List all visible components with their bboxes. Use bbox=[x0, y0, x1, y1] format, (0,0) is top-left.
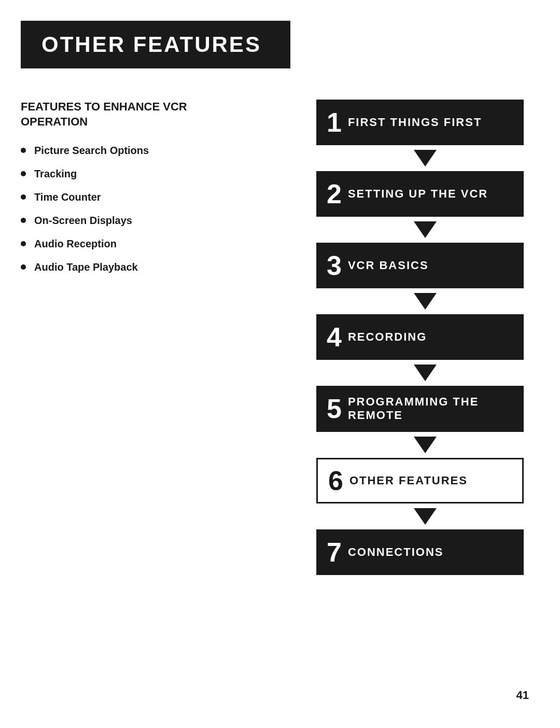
arrow-down-icon bbox=[414, 293, 437, 310]
bullet-item-text: Audio Tape Playback bbox=[34, 261, 138, 273]
step-arrow-6 bbox=[316, 503, 534, 529]
bullet-item-text: Time Counter bbox=[34, 191, 101, 203]
step-label-4: RECORDING bbox=[348, 330, 427, 344]
bullet-item-text: Picture Search Options bbox=[34, 145, 149, 157]
step-arrow-2 bbox=[316, 217, 534, 243]
step-arrow-5 bbox=[316, 432, 534, 458]
step-number-3: 3 bbox=[327, 252, 342, 279]
bullet-dot bbox=[21, 148, 26, 153]
page-title: OTHER FEATURES bbox=[41, 32, 261, 57]
list-item: On-Screen Displays bbox=[21, 215, 296, 227]
step-bar-1: 1 FIRST THINGS FIRST bbox=[316, 100, 524, 145]
bullet-dot bbox=[21, 194, 26, 200]
step-bar-5: 5 PROGRAMMING THEREMOTE bbox=[316, 386, 524, 432]
step-label-1: FIRST THINGS FIRST bbox=[348, 116, 482, 129]
bullet-list: Picture Search Options Tracking Time Cou… bbox=[21, 145, 296, 273]
arrow-down-icon bbox=[414, 437, 437, 453]
arrow-down-icon bbox=[414, 150, 437, 166]
nav-step-7: 7 CONNECTIONS bbox=[316, 529, 524, 575]
list-item: Audio Reception bbox=[21, 238, 296, 250]
step-bar-3: 3 VCR BASICS bbox=[316, 243, 524, 288]
nav-step-4: 4 RECORDING bbox=[316, 314, 524, 360]
page-container: OTHER FEATURES FEATURES TO ENHANCE VCR O… bbox=[0, 0, 560, 728]
step-number-2: 2 bbox=[327, 180, 342, 207]
step-number-4: 4 bbox=[327, 324, 342, 351]
step-label-7: CONNECTIONS bbox=[348, 545, 444, 559]
step-bar-7: 7 CONNECTIONS bbox=[316, 529, 524, 575]
bullet-dot bbox=[21, 171, 26, 176]
bullet-item-text: Tracking bbox=[34, 168, 77, 180]
step-number-5: 5 bbox=[327, 395, 342, 422]
step-arrow-1 bbox=[316, 145, 534, 171]
bullet-dot bbox=[21, 264, 26, 270]
bullet-dot bbox=[21, 241, 26, 246]
step-label-3: VCR BASICS bbox=[348, 259, 429, 272]
header-banner: OTHER FEATURES bbox=[21, 21, 290, 68]
step-arrow-3 bbox=[316, 288, 534, 314]
nav-step-6: 6 OTHER FEATURES bbox=[316, 458, 524, 503]
step-bar-2: 2 SETTING UP THE VCR bbox=[316, 171, 524, 217]
step-arrow-4 bbox=[316, 360, 534, 386]
step-number-7: 7 bbox=[327, 539, 342, 566]
step-bar-6: 6 OTHER FEATURES bbox=[316, 458, 524, 503]
nav-step-2: 2 SETTING UP THE VCR bbox=[316, 171, 524, 217]
arrow-down-icon bbox=[414, 508, 437, 525]
nav-step-3: 3 VCR BASICS bbox=[316, 243, 524, 288]
list-item: Audio Tape Playback bbox=[21, 261, 296, 273]
bullet-dot bbox=[21, 218, 26, 223]
step-label-6: OTHER FEATURES bbox=[349, 474, 468, 487]
nav-step-1: 1 FIRST THINGS FIRST bbox=[316, 100, 524, 145]
list-item: Time Counter bbox=[21, 191, 296, 203]
main-content: FEATURES TO ENHANCE VCR OPERATION Pictur… bbox=[0, 68, 560, 596]
list-item: Picture Search Options bbox=[21, 145, 296, 157]
nav-step-5: 5 PROGRAMMING THEREMOTE bbox=[316, 386, 524, 432]
step-number-1: 1 bbox=[327, 109, 342, 136]
step-number-6: 6 bbox=[328, 467, 343, 494]
section-title: FEATURES TO ENHANCE VCR OPERATION bbox=[21, 100, 296, 129]
list-item: Tracking bbox=[21, 168, 296, 180]
step-label-5: PROGRAMMING THEREMOTE bbox=[348, 395, 479, 423]
arrow-down-icon bbox=[414, 365, 437, 381]
left-column: FEATURES TO ENHANCE VCR OPERATION Pictur… bbox=[21, 100, 296, 575]
bullet-item-text: On-Screen Displays bbox=[34, 215, 132, 227]
bullet-item-text: Audio Reception bbox=[34, 238, 117, 250]
right-column: 1 FIRST THINGS FIRST 2 SETTING UP THE VC… bbox=[316, 100, 534, 575]
arrow-down-icon bbox=[414, 221, 437, 238]
step-bar-4: 4 RECORDING bbox=[316, 314, 524, 360]
step-label-2: SETTING UP THE VCR bbox=[348, 187, 488, 201]
page-number: 41 bbox=[516, 689, 529, 702]
